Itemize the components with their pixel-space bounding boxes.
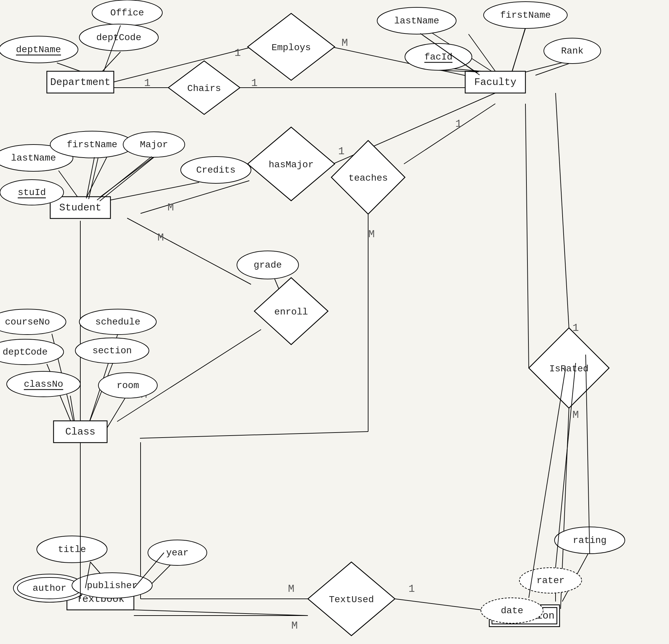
date-text: date: [501, 605, 523, 616]
chairs-label: Chairs: [187, 83, 221, 94]
room-text: room: [116, 381, 139, 391]
svg-line-61: [469, 34, 495, 71]
faculty-firstname-text: firstName: [500, 10, 551, 20]
student-lastname-text: lastName: [11, 153, 56, 163]
major-text: Major: [140, 140, 168, 150]
credits-text: Credits: [196, 165, 236, 175]
svg-text:1: 1: [338, 145, 344, 158]
svg-text:1: 1: [144, 77, 150, 89]
svg-text:1: 1: [251, 77, 257, 89]
svg-text:M: M: [291, 619, 298, 632]
svg-text:M: M: [341, 37, 348, 49]
svg-line-29: [127, 218, 251, 284]
employs-label: Employs: [271, 42, 311, 53]
svg-text:1: 1: [455, 118, 461, 130]
deptname-text: deptName: [16, 44, 61, 55]
student-firstname-text: firstName: [67, 140, 117, 150]
svg-line-62: [512, 28, 525, 71]
svg-line-18: [107, 182, 199, 201]
office-text: Office: [111, 8, 144, 18]
rater-text: rater: [537, 575, 565, 586]
svg-text:M: M: [288, 583, 294, 595]
rank-text: Rank: [561, 46, 583, 56]
classno-text: classNo: [24, 379, 63, 389]
deptcode-text: deptCode: [96, 32, 141, 43]
svg-line-20: [141, 181, 249, 213]
class-deptcode-text: deptCode: [3, 347, 47, 357]
teaches-label: teaches: [348, 173, 388, 183]
svg-text:M: M: [167, 201, 174, 214]
hasmajor-label: hasMajor: [269, 160, 314, 170]
author-text: author: [33, 583, 67, 593]
section-text: section: [92, 346, 132, 356]
schedule-text: schedule: [95, 317, 140, 327]
svg-line-77: [134, 610, 308, 616]
svg-line-1: [57, 63, 80, 71]
svg-line-27: [140, 432, 368, 438]
svg-text:M: M: [572, 409, 579, 421]
title-text: title: [58, 544, 86, 555]
textused-label: TextUsed: [329, 595, 374, 605]
stuid-text: stuId: [18, 187, 46, 198]
student-label: Student: [59, 202, 101, 213]
faculty-label: Faculty: [474, 76, 516, 88]
publisher-text: publisher: [87, 581, 137, 591]
year-text: year: [166, 548, 188, 558]
svg-line-16: [85, 157, 107, 200]
enroll-label: enroll: [274, 307, 308, 317]
israted-label: IsRated: [549, 364, 589, 374]
department-label: Department: [50, 76, 111, 88]
faculty-lastname-text: lastName: [394, 16, 439, 26]
svg-text:1: 1: [234, 47, 241, 59]
svg-text:M: M: [157, 231, 163, 244]
svg-line-40: [556, 93, 569, 328]
svg-line-70: [525, 104, 529, 368]
class-label: Class: [65, 426, 95, 438]
courseno-text: courseNo: [5, 317, 50, 327]
svg-text:M: M: [368, 228, 374, 241]
svg-line-69: [100, 157, 154, 201]
svg-text:1: 1: [408, 583, 415, 595]
grade-text: grade: [254, 260, 282, 270]
svg-line-73: [529, 368, 566, 598]
